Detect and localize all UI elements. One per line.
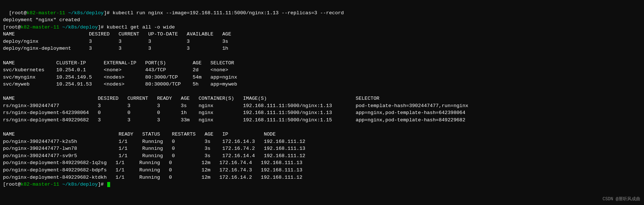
table4-row1: po/nginx-3902447477-k2s5h 1/1 Running 0 … — [3, 139, 305, 144]
prompt-root: [root@ — [9, 10, 27, 16]
prompt3-root: [root@ — [3, 182, 21, 187]
rs-nginx-dep-642: rs/nginx-deployment-642398064 0 0 0 1h n… — [3, 110, 465, 115]
svc-mynginx: svc/mynginx 10.254.149.5 <nodes> 80:3000… — [3, 75, 237, 80]
prompt2-host: k82-master-11 — [21, 24, 59, 30]
deployment-created: deployment "nginx" created — [3, 17, 80, 23]
prompt-path: ~/k8s/deploy — [68, 10, 104, 16]
table2-row1: svc/kubernetes 10.254.0.1 <none> 443/TCP… — [3, 67, 228, 73]
prompt-bracket: ]# — [104, 10, 112, 16]
prompt2-space — [59, 24, 62, 30]
table3-row2: rs/nginx-deployment-642398064 0 0 0 1h n… — [3, 110, 465, 115]
po-nginx-lwn78: po/nginx-3902447477-lwn78 1/1 Running 0 … — [3, 146, 305, 151]
prompt2-path: ~/k8s/deploy — [62, 24, 98, 30]
table4-row2: po/nginx-3902447477-lwn78 1/1 Running 0 … — [3, 146, 305, 151]
header3-text: NAME DESIRED CURRENT READY AGE CONTAINER… — [3, 96, 379, 101]
po-nginx-k2s5h: po/nginx-3902447477-k2s5h 1/1 Running 0 … — [3, 139, 305, 144]
deploy-nginx-deployment: deploy/nginx-deployment 3 3 3 3 1h — [3, 46, 228, 51]
prompt3-space — [59, 182, 62, 187]
prompt3-path: ~/k8s/deploy — [62, 182, 98, 187]
table1-header: NAME DESIRED CURRENT UP-TO-DATE AVAILABL… — [3, 31, 231, 37]
prompt2-root: [root@ — [3, 24, 21, 30]
cmd-2: kubectl get all -o wide — [107, 24, 175, 30]
table4-row4: po/nginx-deployment-849229682-1q2sg 1/1 … — [3, 160, 302, 166]
svc-myweb: svc/myweb 10.254.91.53 <nodes> 80:30000/… — [3, 81, 237, 87]
cmd-1: kubectl run nginx --image=192.168.111.11… — [113, 10, 344, 16]
table1-row2: deploy/nginx-deployment 3 3 3 3 1h — [3, 46, 228, 51]
deploy-nginx: deploy/nginx 3 3 3 3 3s — [3, 39, 228, 44]
terminal: [root@k82-master-11 ~/k8s/deploy]# kubec… — [0, 0, 644, 190]
prompt2-bracket: ]# — [98, 24, 106, 30]
svc-kubernetes: svc/kubernetes 10.254.0.1 <none> 443/TCP… — [3, 67, 228, 73]
prompt3-host: k82-master-11 — [21, 182, 59, 187]
prompt-host: k82-master-11 — [27, 10, 65, 16]
terminal-cursor — [107, 182, 110, 187]
table3-row1: rs/nginx-3902447477 3 3 3 3s nginx 192.1… — [3, 103, 468, 109]
header2-text: NAME CLUSTER-IP EXTERNAL-IP PORT(S) AGE … — [3, 60, 234, 66]
final-prompt-line: [root@k82-master-11 ~/k8s/deploy]# — [3, 182, 110, 187]
table2-row3: svc/myweb 10.254.91.53 <nodes> 80:30000/… — [3, 81, 237, 87]
header1-text: NAME DESIRED CURRENT UP-TO-DATE AVAILABL… — [3, 31, 231, 37]
rs-nginx-dep-849: rs/nginx-deployment-849229682 3 3 3 33m … — [3, 117, 465, 123]
watermark: CSDN @厘听风成曲 — [603, 196, 640, 202]
line-1: [root@k82-master-11 ~/k8s/deploy]# kubec… — [9, 10, 344, 16]
table3-row3: rs/nginx-deployment-849229682 3 3 3 33m … — [3, 117, 465, 123]
rs-nginx: rs/nginx-3902447477 3 3 3 3s nginx 192.1… — [3, 103, 468, 109]
po-nginx-dep-ktdkh: po/nginx-deployment-849229682-ktdkh 1/1 … — [3, 175, 302, 180]
table1-row1: deploy/nginx 3 3 3 3 3s — [3, 39, 228, 44]
po-nginx-sv9r5: po/nginx-3902447477-sv9r5 1/1 Running 0 … — [3, 153, 305, 159]
po-nginx-dep-bdpfs: po/nginx-deployment-849229682-bdpfs 1/1 … — [3, 167, 302, 173]
table4-header: NAME READY STATUS RESTARTS AGE IP NODE — [3, 132, 276, 137]
table2-row2: svc/mynginx 10.254.149.5 <nodes> 80:3000… — [3, 75, 237, 80]
po-nginx-dep-1q2sg: po/nginx-deployment-849229682-1q2sg 1/1 … — [3, 160, 302, 166]
table4-row5: po/nginx-deployment-849229682-bdpfs 1/1 … — [3, 167, 302, 173]
table2-header: NAME CLUSTER-IP EXTERNAL-IP PORT(S) AGE … — [3, 60, 234, 66]
table4-row3: po/nginx-3902447477-sv9r5 1/1 Running 0 … — [3, 153, 305, 159]
table4-row6: po/nginx-deployment-849229682-ktdkh 1/1 … — [3, 175, 302, 180]
line-3: [root@k82-master-11 ~/k8s/deploy]# kubec… — [3, 24, 175, 30]
line-2: deployment "nginx" created — [3, 17, 80, 23]
prompt3-bracket: ]# — [98, 182, 106, 187]
table3-header: NAME DESIRED CURRENT READY AGE CONTAINER… — [3, 96, 379, 101]
header4-text: NAME READY STATUS RESTARTS AGE IP NODE — [3, 132, 276, 137]
